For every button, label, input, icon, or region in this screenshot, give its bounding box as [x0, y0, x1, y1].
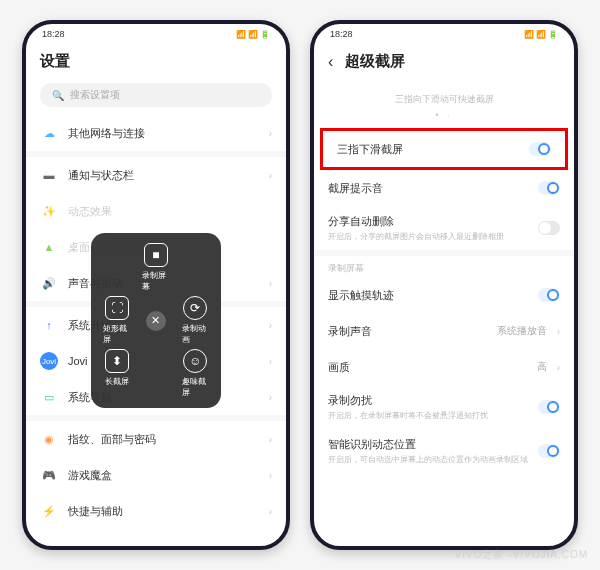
row-sublabel: 开启后，在录制屏幕时将不会被悬浮通知打扰: [328, 410, 528, 421]
row-share-delete[interactable]: 分享自动删除 开启后，分享的截屏图片会自动移入最近删除相册: [314, 206, 574, 250]
chevron-icon: ›: [269, 278, 272, 289]
row-label: 三指下滑截屏: [337, 142, 519, 157]
chevron-icon: ›: [269, 320, 272, 331]
toggle-on-icon[interactable]: [529, 142, 551, 156]
status-bar: 18:28 📶 📶 🔋: [26, 24, 286, 44]
anim-icon: ⟳: [183, 296, 207, 320]
row-value: 高: [537, 360, 547, 374]
chevron-icon: ›: [269, 356, 272, 367]
row-smart-detect[interactable]: 智能识别动态位置 开启后，可自动选中屏幕上的动态位置作为动画录制区域: [314, 429, 574, 473]
smile-icon: ☺: [183, 349, 207, 373]
row-effects[interactable]: ✨ 动态效果: [26, 193, 286, 229]
toggle-on-icon[interactable]: [538, 400, 560, 414]
overlay-record-screen[interactable]: ■ 录制屏幕: [142, 243, 169, 292]
watermark: VIVO之家 -VIVOJIA.COM: [455, 548, 588, 562]
header: ‹ 超级截屏: [314, 44, 574, 79]
row-other-network[interactable]: ☁ 其他网络与连接 ›: [26, 115, 286, 151]
chevron-icon: ›: [557, 362, 560, 373]
overlay-label: 趣味截屏: [182, 376, 209, 398]
toggle-on-icon[interactable]: [538, 444, 560, 458]
row-shortcut[interactable]: ⚡ 快捷与辅助 ›: [26, 493, 286, 529]
gesture-hint: 三指向下滑动可快速截屏 • ·: [314, 79, 574, 128]
cloud-icon: ☁: [40, 124, 58, 142]
toggle-on-icon[interactable]: [538, 181, 560, 195]
row-label: 智能识别动态位置: [328, 437, 528, 452]
speaker-icon: 🔊: [40, 274, 58, 292]
long-icon: ⬍: [105, 349, 129, 373]
nav-icon: ▭: [40, 388, 58, 406]
page-dots: • ·: [314, 110, 574, 120]
search-icon: 🔍: [52, 90, 64, 101]
search-input[interactable]: 🔍 搜索设置项: [40, 83, 272, 107]
row-label: 通知与状态栏: [68, 168, 259, 183]
chevron-icon: ›: [557, 326, 560, 337]
row-label: 指纹、面部与密码: [68, 432, 259, 447]
row-gamebox[interactable]: 🎮 游戏魔盒 ›: [26, 457, 286, 493]
search-placeholder: 搜索设置项: [70, 88, 120, 102]
status-icons: 📶 📶 🔋: [524, 30, 558, 39]
close-icon: ✕: [146, 311, 166, 331]
mountain-icon: ▲: [40, 238, 58, 256]
row-notification[interactable]: ▬ 通知与状态栏 ›: [26, 157, 286, 193]
row-sublabel: 开启后，可自动选中屏幕上的动态位置作为动画录制区域: [328, 454, 528, 465]
back-icon[interactable]: ‹: [328, 53, 333, 71]
overlay-close[interactable]: ✕: [142, 296, 169, 345]
row-label: 截屏提示音: [328, 181, 528, 196]
row-sublabel: 开启后，分享的截屏图片会自动移入最近删除相册: [328, 231, 528, 242]
highlight-annotation: 三指下滑截屏: [320, 128, 568, 170]
video-icon: ■: [144, 243, 168, 267]
row-record-audio[interactable]: 录制声音 系统播放音 ›: [314, 313, 574, 349]
overlay-label: 矩形截屏: [103, 323, 130, 345]
phone-right: 18:28 📶 📶 🔋 ‹ 超级截屏 三指向下滑动可快速截屏 • · 三指下滑截…: [310, 20, 578, 550]
screenshot-overlay: ■ 录制屏幕 ⛶ 矩形截屏 ✕ ⟳ 录制动画 ⬍ 长截屏 ☺ 趣味截屏: [91, 233, 221, 408]
row-label: 画质: [328, 360, 527, 375]
overlay-long-shot[interactable]: ⬍ 长截屏: [103, 349, 130, 398]
row-value: 系统播放音: [497, 324, 547, 338]
overlay-label: 长截屏: [105, 376, 129, 387]
page-title: 设置: [40, 52, 70, 71]
toggle-off-icon[interactable]: [538, 221, 560, 235]
row-show-touch[interactable]: 显示触摸轨迹: [314, 277, 574, 313]
chevron-icon: ›: [269, 392, 272, 403]
header: 设置: [26, 44, 286, 79]
row-label: 分享自动删除: [328, 214, 528, 229]
chevron-icon: ›: [269, 470, 272, 481]
game-icon: 🎮: [40, 466, 58, 484]
row-quality[interactable]: 画质 高 ›: [314, 349, 574, 385]
sparkle-icon: ✨: [40, 202, 58, 220]
row-label: 录制声音: [328, 324, 487, 339]
phone-left: 18:28 📶 📶 🔋 设置 🔍 搜索设置项 ☁ 其他网络与连接 › ▬ 通知与…: [22, 20, 290, 550]
overlay-fun-shot[interactable]: ☺ 趣味截屏: [182, 349, 209, 398]
status-icons: 📶 📶 🔋: [236, 30, 270, 39]
chevron-icon: ›: [269, 170, 272, 181]
toggle-on-icon[interactable]: [538, 288, 560, 302]
chevron-icon: ›: [269, 128, 272, 139]
status-bar: 18:28 📶 📶 🔋: [314, 24, 574, 44]
settings-list: ☁ 其他网络与连接 › ▬ 通知与状态栏 › ✨ 动态效果 ▲ 桌面、锁屏与壁纸…: [26, 115, 286, 546]
chevron-icon: ›: [269, 506, 272, 517]
overlay-rect-shot[interactable]: ⛶ 矩形截屏: [103, 296, 130, 345]
overlay-label: 录制动画: [182, 323, 209, 345]
page-title: 超级截屏: [345, 52, 405, 71]
bar-icon: ▬: [40, 166, 58, 184]
row-label: 游戏魔盒: [68, 468, 259, 483]
row-screenshot-sound[interactable]: 截屏提示音: [314, 170, 574, 206]
row-label: 录制勿扰: [328, 393, 528, 408]
overlay-record-anim[interactable]: ⟳ 录制动画: [182, 296, 209, 345]
row-label: 显示触摸轨迹: [328, 288, 528, 303]
chevron-icon: ›: [269, 434, 272, 445]
status-time: 18:28: [330, 29, 353, 39]
row-three-finger[interactable]: 三指下滑截屏: [323, 131, 565, 167]
screenshot-settings: 三指向下滑动可快速截屏 • · 三指下滑截屏 截屏提示音 分享自动删除 开启后，…: [314, 79, 574, 546]
hint-text: 三指向下滑动可快速截屏: [314, 93, 574, 106]
overlay-label: 录制屏幕: [142, 270, 169, 292]
rect-icon: ⛶: [105, 296, 129, 320]
row-label: 动态效果: [68, 204, 272, 219]
row-biometric[interactable]: ◉ 指纹、面部与密码 ›: [26, 421, 286, 457]
jovi-icon: Jovi: [40, 352, 58, 370]
fingerprint-icon: ◉: [40, 430, 58, 448]
row-record-dnd[interactable]: 录制勿扰 开启后，在录制屏幕时将不会被悬浮通知打扰: [314, 385, 574, 429]
bolt-icon: ⚡: [40, 502, 58, 520]
row-label: 其他网络与连接: [68, 126, 259, 141]
arrow-up-icon: ↑: [40, 316, 58, 334]
